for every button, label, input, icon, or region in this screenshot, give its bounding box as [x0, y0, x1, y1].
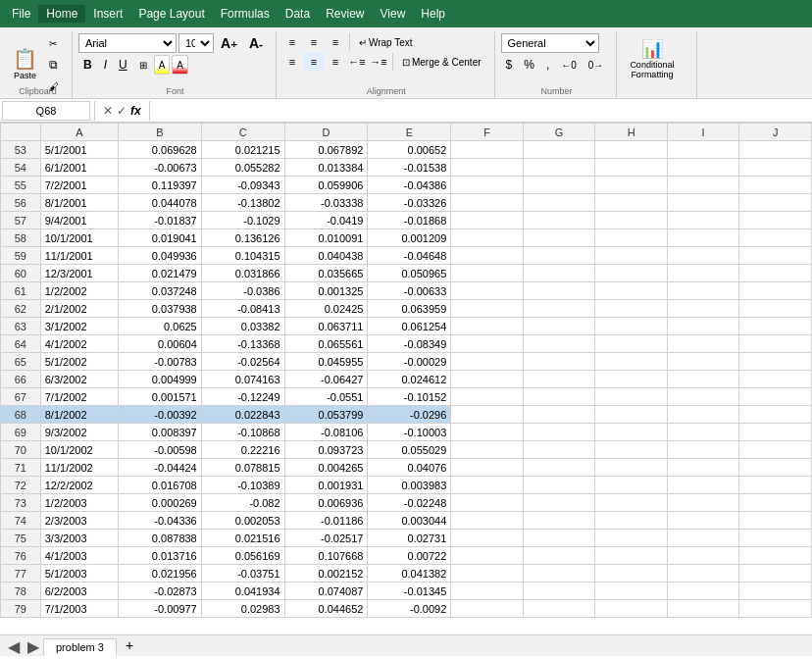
row-header-67[interactable]: 67 [1, 388, 41, 406]
cell-b-57[interactable]: -0.01837 [118, 212, 201, 229]
col-header-j[interactable]: J [739, 124, 812, 141]
cell-a-61[interactable]: 1/2/2002 [40, 282, 118, 300]
cell-e-64[interactable]: -0.08349 [368, 335, 451, 353]
cell-f-77[interactable] [451, 565, 524, 583]
cancel-icon[interactable]: ✕ [103, 104, 113, 118]
cell-c-71[interactable]: 0.078815 [201, 459, 284, 477]
row-header-59[interactable]: 59 [1, 247, 41, 265]
cell-f-53[interactable] [451, 141, 524, 159]
cell-c-63[interactable]: 0.03382 [201, 318, 284, 335]
cell-h-63[interactable] [595, 318, 668, 335]
cell-a-66[interactable]: 6/3/2002 [40, 371, 118, 388]
cell-e-71[interactable]: 0.04076 [368, 459, 451, 477]
cell-g-60[interactable] [523, 265, 595, 282]
cell-f-59[interactable] [451, 247, 524, 265]
cell-i-71[interactable] [667, 459, 739, 477]
row-header-77[interactable]: 77 [1, 565, 41, 583]
menu-help[interactable]: Help [413, 5, 453, 23]
cell-a-57[interactable]: 9/4/2001 [40, 212, 118, 229]
cell-f-79[interactable] [451, 600, 524, 618]
cell-b-67[interactable]: 0.001571 [118, 388, 201, 406]
cell-i-60[interactable] [667, 265, 739, 282]
align-center-button[interactable]: ≡ [304, 53, 324, 71]
cell-f-58[interactable] [451, 229, 524, 247]
scroll-right-tab[interactable]: ▶ [24, 637, 43, 656]
cell-b-71[interactable]: -0.04424 [118, 459, 201, 477]
cell-h-64[interactable] [595, 335, 668, 353]
cell-g-74[interactable] [523, 512, 595, 530]
cell-e-69[interactable]: -0.10003 [368, 424, 451, 441]
cell-c-65[interactable]: -0.02564 [201, 353, 284, 371]
cell-g-79[interactable] [523, 600, 595, 618]
formula-input[interactable] [154, 105, 810, 117]
cell-j-66[interactable] [739, 371, 812, 388]
cell-j-63[interactable] [739, 318, 812, 335]
cell-h-75[interactable] [595, 530, 668, 547]
cell-h-58[interactable] [595, 229, 668, 247]
cell-f-74[interactable] [451, 512, 524, 530]
cell-j-54[interactable] [739, 159, 812, 177]
number-format-select[interactable]: General [501, 33, 599, 53]
cell-j-62[interactable] [739, 300, 812, 318]
cell-h-72[interactable] [595, 477, 668, 494]
cell-d-72[interactable]: 0.001931 [284, 477, 368, 494]
col-header-h[interactable]: H [595, 124, 668, 141]
cell-a-53[interactable]: 5/1/2001 [40, 141, 118, 159]
decrease-indent-button[interactable]: ←≡ [347, 53, 367, 71]
cell-i-53[interactable] [667, 141, 739, 159]
cell-c-57[interactable]: -0.1029 [201, 212, 284, 229]
col-header-c[interactable]: C [201, 124, 284, 141]
align-top-left[interactable]: ≡ [282, 33, 302, 51]
cell-d-76[interactable]: 0.107668 [284, 547, 368, 565]
cell-j-79[interactable] [739, 600, 812, 618]
cell-g-63[interactable] [523, 318, 595, 335]
cell-h-62[interactable] [595, 300, 668, 318]
row-header-64[interactable]: 64 [1, 335, 41, 353]
cell-d-62[interactable]: 0.02425 [284, 300, 368, 318]
name-box[interactable] [2, 101, 90, 121]
cell-j-68[interactable] [739, 406, 812, 424]
row-header-60[interactable]: 60 [1, 265, 41, 282]
cell-c-77[interactable]: -0.03751 [201, 565, 284, 583]
cell-j-61[interactable] [739, 282, 812, 300]
cell-f-72[interactable] [451, 477, 524, 494]
row-header-54[interactable]: 54 [1, 159, 41, 177]
cell-c-69[interactable]: -0.10868 [201, 424, 284, 441]
cell-a-77[interactable]: 5/1/2003 [40, 565, 118, 583]
cell-j-77[interactable] [739, 565, 812, 583]
cell-g-61[interactable] [523, 282, 595, 300]
cell-b-54[interactable]: -0.00673 [118, 159, 201, 177]
cell-f-78[interactable] [451, 583, 524, 600]
cell-a-76[interactable]: 4/1/2003 [40, 547, 118, 565]
cell-e-58[interactable]: 0.001209 [368, 229, 451, 247]
cell-g-76[interactable] [523, 547, 595, 565]
row-header-70[interactable]: 70 [1, 441, 41, 459]
cell-g-67[interactable] [523, 388, 595, 406]
cell-a-69[interactable]: 9/3/2002 [40, 424, 118, 441]
cell-e-57[interactable]: -0.01868 [368, 212, 451, 229]
cell-a-56[interactable]: 8/1/2001 [40, 194, 118, 212]
cell-b-60[interactable]: 0.021479 [118, 265, 201, 282]
cell-a-68[interactable]: 8/1/2002 [40, 406, 118, 424]
cell-g-65[interactable] [523, 353, 595, 371]
cell-e-67[interactable]: -0.10152 [368, 388, 451, 406]
cell-i-66[interactable] [667, 371, 739, 388]
cell-a-75[interactable]: 3/3/2003 [40, 530, 118, 547]
currency-button[interactable]: $ [501, 55, 518, 75]
cell-c-70[interactable]: 0.22216 [201, 441, 284, 459]
row-header-75[interactable]: 75 [1, 530, 41, 547]
cell-j-53[interactable] [739, 141, 812, 159]
cell-d-59[interactable]: 0.040438 [284, 247, 368, 265]
cell-a-59[interactable]: 11/1/2001 [40, 247, 118, 265]
cell-i-73[interactable] [667, 494, 739, 512]
cell-b-59[interactable]: 0.049936 [118, 247, 201, 265]
cell-d-77[interactable]: 0.002152 [284, 565, 368, 583]
cell-e-79[interactable]: -0.0092 [368, 600, 451, 618]
cell-a-63[interactable]: 3/1/2002 [40, 318, 118, 335]
cell-b-58[interactable]: 0.019041 [118, 229, 201, 247]
cell-g-53[interactable] [523, 141, 595, 159]
cell-a-73[interactable]: 1/2/2003 [40, 494, 118, 512]
row-header-71[interactable]: 71 [1, 459, 41, 477]
row-header-69[interactable]: 69 [1, 424, 41, 441]
cell-j-67[interactable] [739, 388, 812, 406]
